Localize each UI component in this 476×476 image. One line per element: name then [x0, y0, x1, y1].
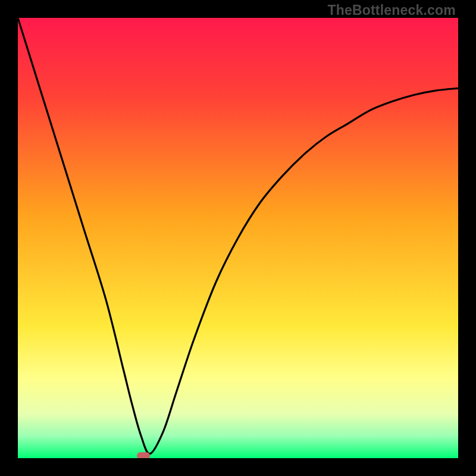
curve-layer	[18, 18, 458, 458]
bottleneck-curve	[18, 18, 458, 454]
optimal-point-marker	[137, 452, 150, 458]
watermark-text: TheBottleneck.com	[327, 2, 456, 18]
plot-area	[18, 18, 458, 458]
chart-frame: TheBottleneck.com	[0, 0, 476, 476]
